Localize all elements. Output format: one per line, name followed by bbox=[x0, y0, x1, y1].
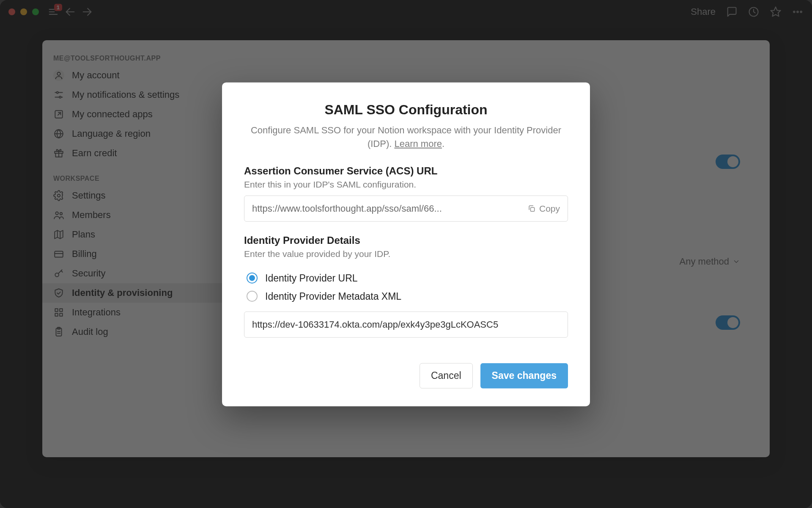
save-changes-button[interactable]: Save changes bbox=[480, 363, 568, 388]
app-window: 1 Share ME@TOOLSFORTHOUGHT.APP My accoun… bbox=[0, 0, 812, 508]
acs-url-hint: Enter this in your IDP's SAML configurat… bbox=[244, 179, 568, 189]
radio-label: Identity Provider URL bbox=[265, 272, 358, 284]
radio-indicator bbox=[247, 273, 258, 284]
acs-url-heading: Assertion Consumer Service (ACS) URL bbox=[244, 165, 568, 177]
radio-indicator bbox=[247, 291, 258, 302]
learn-more-link[interactable]: Learn more bbox=[394, 138, 442, 149]
idp-details-heading: Identity Provider Details bbox=[244, 234, 568, 246]
modal-subtitle: Configure SAML SSO for your Notion works… bbox=[244, 124, 568, 151]
modal-title: SAML SSO Configuration bbox=[244, 102, 568, 118]
idp-url-field[interactable] bbox=[244, 311, 568, 337]
idp-url-input[interactable] bbox=[252, 319, 560, 330]
svg-rect-37 bbox=[530, 207, 534, 211]
copy-label: Copy bbox=[539, 203, 560, 213]
radio-label: Identity Provider Metadata XML bbox=[265, 290, 401, 302]
saml-sso-config-modal: SAML SSO Configuration Configure SAML SS… bbox=[222, 83, 590, 406]
acs-url-field: https://www.toolsforthought.app/sso/saml… bbox=[244, 195, 568, 221]
radio-idp-metadata-xml[interactable]: Identity Provider Metadata XML bbox=[247, 290, 568, 302]
idp-details-hint: Enter the value provided by your IDP. bbox=[244, 248, 568, 259]
copy-acs-url-button[interactable]: Copy bbox=[527, 203, 560, 213]
modal-actions: Cancel Save changes bbox=[244, 363, 568, 388]
acs-url-value: https://www.toolsforthought.app/sso/saml… bbox=[252, 203, 527, 214]
cancel-button[interactable]: Cancel bbox=[420, 363, 473, 388]
copy-icon bbox=[527, 204, 536, 213]
radio-idp-url[interactable]: Identity Provider URL bbox=[247, 272, 568, 284]
idp-type-radio-group: Identity Provider URL Identity Provider … bbox=[247, 272, 568, 302]
